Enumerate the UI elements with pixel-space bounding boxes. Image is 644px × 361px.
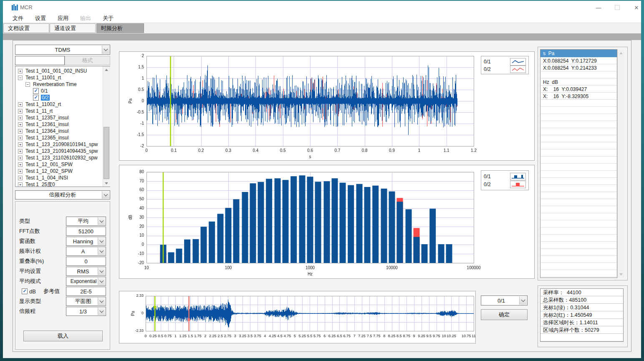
maximize-button[interactable] xyxy=(611,3,624,12)
checkbox-checked-icon[interactable]: ✓ xyxy=(33,95,39,101)
legend-entry: 0/2 xyxy=(484,66,526,73)
chevron-down-icon[interactable] xyxy=(519,296,527,305)
chevron-down-icon[interactable] xyxy=(98,237,105,245)
scroll-up-icon[interactable] xyxy=(618,50,624,56)
tree-item[interactable]: +Test 1_12361_insul xyxy=(15,121,110,128)
load-button[interactable]: 载入 xyxy=(23,331,103,341)
menu-settings[interactable]: 设置 xyxy=(29,14,52,23)
octave-combo[interactable]: 1/3 xyxy=(66,307,106,316)
tree-item[interactable]: +Test 1_12357_insul xyxy=(15,114,110,121)
minimize-button[interactable]: — xyxy=(592,3,605,12)
display-type-combo[interactable]: 平面图 xyxy=(66,297,106,306)
tab-time-frequency-analysis[interactable]: 时频分析 xyxy=(96,23,144,33)
octave-spectrum-chart[interactable] xyxy=(119,165,534,278)
db-checkbox[interactable]: ✓ xyxy=(22,288,28,294)
expand-icon[interactable]: + xyxy=(18,162,23,167)
stat-row: 区域内采样个数：50279 xyxy=(543,327,622,334)
tree-item-label: Test 1_12361_insul xyxy=(25,121,68,127)
menu-about[interactable]: 关于 xyxy=(97,14,119,23)
expand-icon[interactable]: + xyxy=(18,176,23,180)
expand-icon[interactable]: + xyxy=(18,69,23,73)
tree-item[interactable]: +Test 1_12364_insul xyxy=(15,128,110,134)
collapse-icon[interactable]: − xyxy=(25,82,30,87)
expand-icon[interactable]: + xyxy=(18,109,23,114)
line-series-icon-red xyxy=(510,66,526,73)
cursor-readout-list[interactable]: s Pa X:0.088254 Y:0.172729X:0.088254 Y:0… xyxy=(540,49,617,278)
fft-points-input[interactable]: 51200 xyxy=(66,227,106,236)
bar-series-icon-blue xyxy=(510,173,526,180)
expand-icon[interactable]: + xyxy=(18,156,23,160)
filter-input[interactable] xyxy=(15,56,65,65)
expand-icon[interactable]: + xyxy=(18,122,23,127)
analysis-type-combo[interactable]: 倍频程分析 xyxy=(15,190,110,199)
expand-icon[interactable]: + xyxy=(18,169,23,174)
chevron-down-icon[interactable] xyxy=(102,45,109,54)
chevron-down-icon[interactable] xyxy=(98,247,105,255)
expand-icon[interactable]: + xyxy=(18,142,23,147)
tree-item[interactable]: −Test 1_11001_rt xyxy=(15,74,110,81)
overview-waveform-chart[interactable] xyxy=(119,291,475,343)
cursor-readout-row: Hz dB xyxy=(543,78,616,86)
tree-item[interactable]: +Test 1_123_211026102932_spw xyxy=(15,154,110,161)
tab-document-settings[interactable]: 文档设置 xyxy=(3,23,49,33)
tree-scrollbar-thumb[interactable] xyxy=(104,127,109,179)
chevron-down-icon[interactable] xyxy=(98,298,105,305)
scroll-up-icon[interactable] xyxy=(103,66,110,73)
overlap-input[interactable]: 0 xyxy=(66,257,106,266)
checkbox-checked-icon[interactable]: ✓ xyxy=(33,88,39,94)
tree-item[interactable]: −Reverberation Time xyxy=(15,81,110,88)
expand-icon[interactable]: + xyxy=(18,149,23,154)
chevron-down-icon[interactable] xyxy=(98,278,105,285)
chevron-down-icon[interactable] xyxy=(98,217,105,225)
menu-apply[interactable]: 应用 xyxy=(52,14,74,23)
channel-select-combo[interactable]: 0/1 xyxy=(481,295,528,305)
tree-scrollbar[interactable] xyxy=(103,66,110,187)
readout-scrollbar[interactable] xyxy=(617,50,624,278)
tree-item[interactable]: ✓0/2 xyxy=(15,94,110,101)
tree-item[interactable]: +Test 1_11002_rt xyxy=(15,101,110,108)
expand-icon[interactable]: + xyxy=(18,129,23,134)
chevron-down-icon[interactable] xyxy=(98,308,105,315)
scroll-down-icon[interactable] xyxy=(618,271,624,278)
tree-item[interactable]: +Test 1_123_210914094435_spw xyxy=(15,148,110,154)
file-tree[interactable]: +Test 1_001_001_002_INSU−Test 1_11001_rt… xyxy=(15,66,110,187)
chevron-down-icon[interactable] xyxy=(102,191,109,199)
tree-item-label: Test 1_123_210914094435_spw xyxy=(25,148,98,154)
tree-item[interactable]: +Test 1_12_001_SPW xyxy=(15,161,110,168)
expand-icon[interactable]: + xyxy=(18,116,23,120)
tree-item[interactable]: +Test 1_1_004_INSI xyxy=(15,174,110,181)
tree-item-label: Test 1_123_210908101941_spw xyxy=(25,141,98,147)
menu-file[interactable]: 文件 xyxy=(7,14,29,23)
tree-item[interactable]: ✓0/1 xyxy=(15,88,110,94)
cursor-readout-row: X: 16 Y:-8.329305 xyxy=(543,93,616,100)
stat-row: 采样率： 44100 xyxy=(543,289,622,296)
type-combo[interactable]: 平均 xyxy=(66,217,106,226)
tab-channel-settings[interactable]: 通道设置 xyxy=(50,23,96,33)
average-mode-combo[interactable]: Exponential xyxy=(66,277,106,286)
reference-value-input[interactable]: 2E-5 xyxy=(66,287,106,296)
expand-icon[interactable]: + xyxy=(18,136,23,140)
tree-item[interactable]: +Test 1_12365_insul xyxy=(15,134,110,141)
close-button[interactable]: ✕ xyxy=(630,3,643,12)
chevron-down-icon[interactable] xyxy=(98,268,105,275)
scroll-down-icon[interactable] xyxy=(103,180,110,187)
tree-item[interactable]: +Test 1_123_210908101941_spw xyxy=(15,141,110,148)
file-format-combo[interactable]: TDMS xyxy=(15,45,110,55)
frequency-weighting-combo[interactable]: A xyxy=(66,247,106,256)
confirm-button[interactable]: 确定 xyxy=(481,309,528,320)
window-function-combo[interactable]: Hanning xyxy=(66,237,106,246)
collapse-icon[interactable]: − xyxy=(18,76,23,80)
expand-icon[interactable]: + xyxy=(18,182,23,187)
time-waveform-chart[interactable] xyxy=(119,52,534,160)
legend-entry: 0/2 xyxy=(484,181,526,188)
expand-icon[interactable]: + xyxy=(18,102,23,107)
tree-item[interactable]: +Test 1_11_rt xyxy=(15,108,110,114)
setting-label-average-setting: 平均设置 xyxy=(19,267,41,276)
window-title: MCR xyxy=(20,4,33,10)
average-setting-combo[interactable]: RMS xyxy=(66,267,106,276)
tree-item[interactable]: +Test 1_12_002_SPW xyxy=(15,168,110,174)
tree-item[interactable]: +Test 1_25度0 xyxy=(15,181,110,187)
bar-series-icon-red xyxy=(510,181,526,188)
tree-item-label: Reverberation Time xyxy=(33,81,77,87)
tree-item[interactable]: +Test 1_001_001_002_INSU xyxy=(15,68,110,74)
